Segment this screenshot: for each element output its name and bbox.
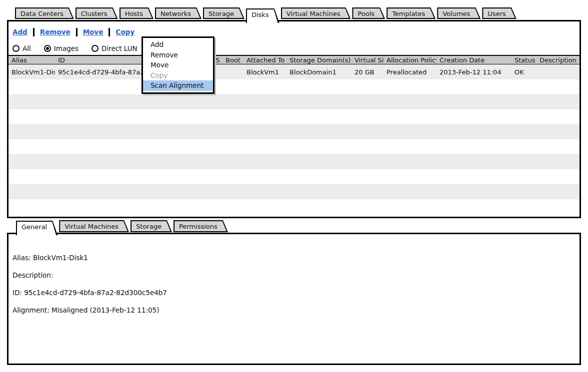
menu-item-move[interactable]: Move [143,60,213,70]
remove-link[interactable]: Remove [40,28,70,36]
tab-data-centers[interactable]: Data Centers [15,7,74,19]
main-tab-bar: Data Centers Clusters Hosts Networks Sto… [15,7,516,23]
cell-attached-to: BlockVm1 [244,68,286,76]
table-row-blockvm1-disk1[interactable]: BlockVm1-Disk1 95c1e4cd-d729-4bfa-87a2-8… [8,64,580,79]
detail-tab-permissions[interactable]: Permissions [174,220,228,232]
disks-toolbar: Add Remove Move Copy [12,27,580,37]
cell-virtual-size: 20 GB [352,68,384,76]
col-header-alias[interactable]: Alias [8,56,55,64]
disk-context-menu: Add Remove Move Copy Scan Alignment [142,36,214,94]
cell-storage-domains: BlockDomain1 [286,68,352,76]
empty-row [8,184,580,199]
detail-alignment-label: Alignment: [12,306,50,314]
empty-row [8,124,580,139]
toolbar-separator [76,28,78,36]
detail-tab-general[interactable]: General [16,221,58,235]
toolbar-separator [33,28,34,36]
detail-description: Description: [12,267,580,284]
disk-type-filter: All Images Direct LUN [12,43,580,53]
tab-disks[interactable]: Disks [246,8,280,23]
menu-item-add[interactable]: Add [143,39,213,50]
detail-alias-label: Alias: [12,254,31,262]
radio-images[interactable]: Images [44,44,78,52]
empty-row [8,109,580,124]
radio-direct-lun[interactable]: Direct LUN [92,44,138,52]
col-header-boot[interactable]: Boot [222,56,244,64]
cell-creation-date: 2013-Feb-12 11:04 [436,68,512,76]
col-header-virtual-size[interactable]: Virtual Size [352,56,384,64]
col-header-description[interactable]: Description [536,56,580,64]
general-fields: Alias: BlockVm1-Disk1 Description: ID: 9… [8,234,580,319]
detail-alignment-value: Misaligned (2013-Feb-12 11:05) [52,306,159,314]
copy-link[interactable]: Copy [116,28,134,36]
disks-table: Alias ID OS Boot Attached To Storage Dom… [8,55,580,214]
tab-volumes[interactable]: Volumes [437,7,480,19]
tab-users[interactable]: Users [482,7,516,19]
detail-alignment: Alignment: Misaligned (2013-Feb-12 11:05… [12,302,580,319]
detail-id: ID: 95c1e4cd-d729-4bfa-87a2-82d300c5e4b7 [12,284,580,302]
toolbar-separator [108,28,110,36]
move-link[interactable]: Move [83,28,104,36]
col-header-status[interactable]: Status [512,56,536,64]
empty-row [8,154,580,169]
col-header-creation-date[interactable]: Creation Date [436,56,512,64]
detail-tab-storage[interactable]: Storage [130,220,172,232]
tab-clusters[interactable]: Clusters [76,7,118,19]
empty-row [8,94,580,109]
menu-item-scan-alignment[interactable]: Scan Alignment [143,80,213,91]
empty-row [8,169,580,184]
col-header-allocation-policy[interactable]: Allocation Policy [384,56,436,64]
detail-tab-virtual-machines[interactable]: Virtual Machines [59,220,129,232]
detail-id-label: ID: [12,289,22,297]
table-header-row: Alias ID OS Boot Attached To Storage Dom… [8,55,580,64]
col-header-attached-to[interactable]: Attached To [244,56,286,64]
empty-row [8,139,580,154]
radio-icon [92,45,98,52]
add-link[interactable]: Add [12,28,28,36]
radio-selected-icon [44,45,51,52]
col-header-storage-domains[interactable]: Storage Domain(s) [286,56,352,64]
menu-item-copy: Copy [143,70,213,81]
tab-hosts[interactable]: Hosts [120,7,154,19]
empty-row [8,199,580,214]
tab-networks[interactable]: Networks [155,7,202,19]
tab-storage[interactable]: Storage [203,7,244,19]
cell-status: OK [512,68,536,76]
radio-all[interactable]: All [12,44,31,52]
radio-icon [12,45,20,52]
detail-tab-bar: General Virtual Machines Storage Permiss… [16,220,228,235]
tab-pools[interactable]: Pools [352,7,385,19]
tab-templates[interactable]: Templates [386,7,436,19]
menu-item-remove[interactable]: Remove [143,50,213,60]
tab-virtual-machines[interactable]: Virtual Machines [281,7,351,19]
detail-alias: Alias: BlockVm1-Disk1 [12,249,580,267]
detail-alias-value: BlockVm1-Disk1 [33,254,88,262]
cell-alias: BlockVm1-Disk1 [8,68,55,76]
disks-pane: Add Remove Move Copy All Images Direct L… [7,20,581,218]
empty-row [8,79,580,94]
detail-description-label: Description: [12,271,53,279]
detail-id-value: 95c1e4cd-d729-4bfa-87a2-82d300c5e4b7 [24,289,167,297]
cell-allocation-policy: Preallocated [384,68,436,76]
admin-portal: Data Centers Clusters Hosts Networks Sto… [0,0,588,372]
general-detail-pane: Alias: BlockVm1-Disk1 Description: ID: 9… [7,233,581,365]
